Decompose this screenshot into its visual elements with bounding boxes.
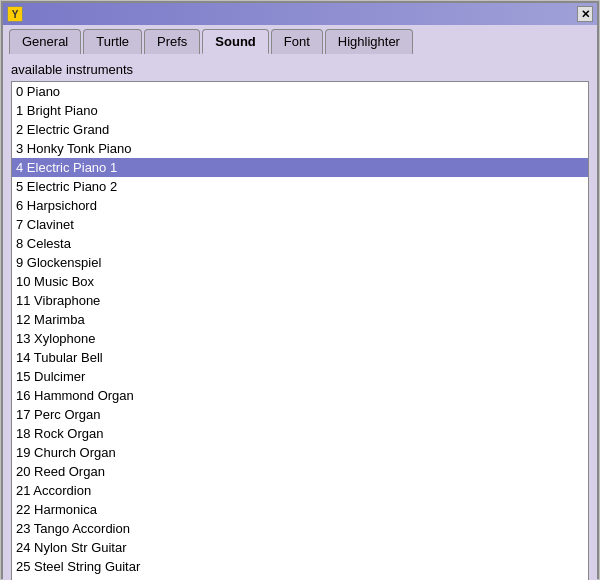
list-item[interactable]: 4 Electric Piano 1 (12, 158, 588, 177)
list-item[interactable]: 2 Electric Grand (12, 120, 588, 139)
list-item[interactable]: 8 Celesta (12, 234, 588, 253)
list-item[interactable]: 18 Rock Organ (12, 424, 588, 443)
list-item[interactable]: 22 Harmonica (12, 500, 588, 519)
list-item[interactable]: 17 Perc Organ (12, 405, 588, 424)
list-item[interactable]: 20 Reed Organ (12, 462, 588, 481)
list-item[interactable]: 19 Church Organ (12, 443, 588, 462)
list-item[interactable]: 11 Vibraphone (12, 291, 588, 310)
main-window: Y ✕ GeneralTurtlePrefsSoundFontHighlight… (1, 1, 599, 579)
list-item[interactable]: 7 Clavinet (12, 215, 588, 234)
list-item[interactable]: 12 Marimba (12, 310, 588, 329)
title-bar: Y ✕ (3, 3, 597, 25)
list-item[interactable]: 5 Electric Piano 2 (12, 177, 588, 196)
tab-prefs[interactable]: Prefs (144, 29, 200, 54)
window-icon: Y (7, 6, 23, 22)
list-item[interactable]: 1 Bright Piano (12, 101, 588, 120)
list-item[interactable]: 23 Tango Accordion (12, 519, 588, 538)
tab-general[interactable]: General (9, 29, 81, 54)
tabs-bar: GeneralTurtlePrefsSoundFontHighlighter (3, 25, 597, 54)
list-item[interactable]: 16 Hammond Organ (12, 386, 588, 405)
list-item[interactable]: 9 Glockenspiel (12, 253, 588, 272)
list-item[interactable]: 15 Dulcimer (12, 367, 588, 386)
instruments-list[interactable]: 0 Piano1 Bright Piano2 Electric Grand3 H… (11, 81, 589, 580)
list-item[interactable]: 21 Accordion (12, 481, 588, 500)
list-item[interactable]: 14 Tubular Bell (12, 348, 588, 367)
tab-highlighter[interactable]: Highlighter (325, 29, 413, 54)
content-area: available instruments 0 Piano1 Bright Pi… (3, 54, 597, 580)
list-item[interactable]: 10 Music Box (12, 272, 588, 291)
list-label: available instruments (11, 60, 589, 79)
close-button[interactable]: ✕ (577, 6, 593, 22)
tab-sound[interactable]: Sound (202, 29, 268, 54)
list-item[interactable]: 3 Honky Tonk Piano (12, 139, 588, 158)
tab-turtle[interactable]: Turtle (83, 29, 142, 54)
list-item[interactable]: 25 Steel String Guitar (12, 557, 588, 576)
list-item[interactable]: 0 Piano (12, 82, 588, 101)
list-item[interactable]: 26 Jazz Electric Gtr (12, 576, 588, 580)
list-item[interactable]: 6 Harpsichord (12, 196, 588, 215)
list-item[interactable]: 13 Xylophone (12, 329, 588, 348)
list-item[interactable]: 24 Nylon Str Guitar (12, 538, 588, 557)
tab-font[interactable]: Font (271, 29, 323, 54)
